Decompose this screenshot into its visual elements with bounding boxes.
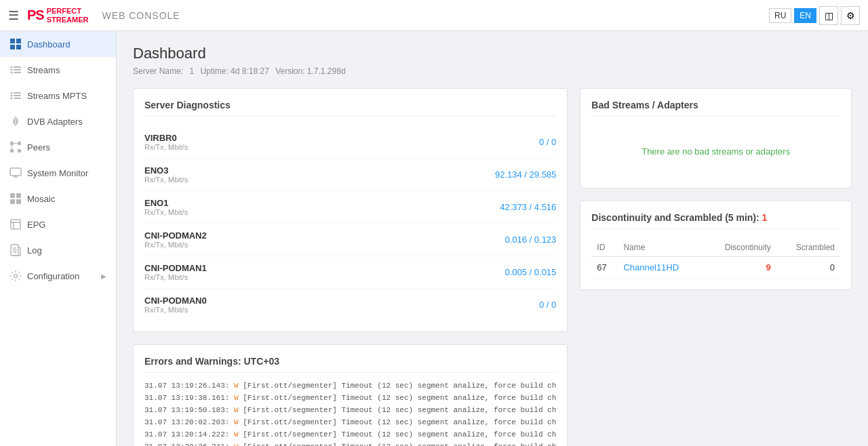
lang-ru-button[interactable]: RU [769, 8, 791, 23]
svg-point-37 [14, 275, 18, 278]
diag-row: ENO3 Rx/Tx, Mbit/s 92.134 / 29.585 [144, 159, 556, 191]
sidebar-label-dvb: DVB Adapters [27, 117, 83, 127]
settings-icon-button[interactable]: ⚙ [841, 6, 860, 25]
diag-sub: Rx/Tx, Mbit/s [144, 273, 505, 281]
server-label: Server Name: [133, 66, 183, 76]
svg-rect-11 [14, 92, 21, 94]
svg-point-12 [11, 95, 13, 97]
svg-rect-7 [14, 69, 21, 70]
sidebar-item-peers[interactable]: Peers [0, 134, 116, 160]
log-warn: W [234, 418, 239, 426]
diag-info: ENO1 Rx/Tx, Mbit/s [144, 198, 500, 216]
epg-icon [9, 218, 22, 230]
log-warn: W [234, 430, 239, 439]
bad-streams-card: Bad Streams / Adapters There are no bad … [580, 88, 852, 188]
diag-value: 0 / 0 [539, 300, 556, 310]
sidebar-item-streams[interactable]: Streams [0, 57, 116, 83]
log-line: 31.07 13:19:38.161: W [First.ott/segment… [144, 392, 556, 404]
row-discontinuity: 9 [703, 257, 776, 279]
diag-value: 0.005 / 0.015 [505, 267, 556, 277]
diag-info: VIRBR0 Rx/Tx, Mbit/s [144, 133, 539, 151]
diag-row: CNI-PODMAN2 Rx/Tx, Mbit/s 0.016 / 0.123 [144, 224, 556, 256]
peers-icon [9, 141, 22, 153]
header-actions: RU EN ◫ ⚙ [769, 6, 860, 25]
discontinuity-card: Discontinuity and Scrambled (5 min): 1 I… [580, 201, 852, 290]
diag-info: CNI-PODMAN0 Rx/Tx, Mbit/s [144, 296, 539, 314]
diag-value: 0.016 / 0.123 [505, 235, 556, 245]
sidebar-item-dashboard[interactable]: Dashboard [0, 31, 116, 57]
sidebar-item-system-monitor[interactable]: System Monitor [0, 160, 116, 186]
svg-point-8 [11, 72, 13, 74]
row-name: Channel11HD [618, 257, 703, 279]
col-discontinuity: Discontinuity [703, 239, 776, 257]
diag-value: 0 / 0 [539, 137, 556, 147]
sidebar-item-log[interactable]: Log [0, 237, 116, 263]
svg-rect-13 [14, 95, 21, 96]
col-name: Name [618, 239, 703, 257]
discontinuity-title: Discontinuity and Scrambled (5 min): 1 [591, 212, 840, 229]
svg-point-4 [11, 66, 13, 68]
dvb-icon [9, 115, 22, 127]
server-name: 1 [189, 66, 194, 76]
discontinuity-count: 1 [762, 212, 768, 223]
svg-rect-5 [14, 66, 21, 68]
svg-rect-1 [16, 39, 21, 43]
svg-rect-0 [10, 39, 15, 43]
diag-value: 42.373 / 4.516 [500, 202, 556, 212]
channel-link[interactable]: Channel11HD [623, 262, 679, 272]
row-scrambled: 0 [776, 257, 840, 279]
streams-icon [9, 64, 22, 76]
logo-text: PERFECT STREAMER [47, 7, 89, 23]
menu-icon[interactable]: ☰ [8, 8, 19, 23]
sidebar-item-epg[interactable]: EPG [0, 211, 116, 237]
svg-rect-27 [16, 193, 21, 198]
grid-icon [9, 38, 22, 50]
log-line: 31.07 13:19:26.143: W [First.ott/segment… [144, 380, 556, 392]
server-diagnostics-card: Server Diagnostics VIRBR0 Rx/Tx, Mbit/s … [133, 88, 568, 332]
diag-sub: Rx/Tx, Mbit/s [144, 143, 539, 151]
sidebar-label-streams-mpts: Streams MPTS [27, 91, 87, 101]
sidebar-item-mosaic[interactable]: Mosaic [0, 186, 116, 211]
svg-rect-2 [10, 45, 15, 49]
log-lines: 31.07 13:19:26.143: W [First.ott/segment… [144, 380, 556, 446]
errors-title: Errors and Warnings: UTC+03 [144, 356, 556, 373]
log-warn: W [234, 394, 239, 402]
left-column: Server Diagnostics VIRBR0 Rx/Tx, Mbit/s … [133, 88, 568, 446]
diag-info: CNI-PODMAN1 Rx/Tx, Mbit/s [144, 263, 505, 281]
bad-streams-title: Bad Streams / Adapters [591, 100, 840, 117]
diag-sub: Rx/Tx, Mbit/s [144, 306, 539, 314]
right-column: Bad Streams / Adapters There are no bad … [580, 88, 852, 446]
svg-rect-29 [16, 199, 21, 204]
svg-rect-19 [10, 149, 14, 153]
diag-name: ENO1 [144, 198, 500, 208]
sidebar-item-configuration[interactable]: Configuration ▶ [0, 263, 116, 289]
page-subtitle: Server Name: 1 Uptime: 4d 8:18:27 Versio… [133, 66, 852, 76]
sidebar-label-system-monitor: System Monitor [27, 168, 88, 178]
layout: Dashboard Streams Streams MPTS DVB Adapt… [0, 31, 868, 446]
diag-name: CNI-PODMAN1 [144, 263, 505, 273]
log-icon [9, 244, 22, 256]
sidebar-item-streams-mpts[interactable]: Streams MPTS [0, 83, 116, 108]
sidebar-label-epg: EPG [27, 220, 45, 230]
log-line: 31.07 13:20:26.241: W [First.ott/segment… [144, 441, 556, 446]
log-line: 31.07 13:19:50.183: W [First.ott/segment… [144, 404, 556, 416]
diag-row: ENO1 Rx/Tx, Mbit/s 42.373 / 4.516 [144, 191, 556, 224]
sidebar-label-configuration: Configuration [27, 271, 79, 281]
diag-info: CNI-PODMAN2 Rx/Tx, Mbit/s [144, 230, 505, 249]
diag-row: CNI-PODMAN0 Rx/Tx, Mbit/s 0 / 0 [144, 289, 556, 321]
col-id: ID [591, 239, 618, 257]
lang-en-button[interactable]: EN [794, 8, 816, 23]
page-title: Dashboard [133, 45, 852, 62]
header: ☰ PS PERFECT STREAMER WEB CONSOLE RU EN … [0, 0, 868, 31]
discontinuity-table: ID Name Discontinuity Scrambled 67 Chann… [591, 239, 840, 279]
sidebar-item-dvb-adapters[interactable]: DVB Adapters [0, 108, 116, 134]
log-line: 31.07 13:20:14.222: W [First.ott/segment… [144, 428, 556, 441]
diagnostics-rows: VIRBR0 Rx/Tx, Mbit/s 0 / 0 ENO3 Rx/Tx, M… [144, 126, 556, 321]
svg-rect-15 [14, 98, 21, 99]
monitor-icon [9, 167, 22, 179]
sidebar-label-mosaic: Mosaic [27, 194, 55, 204]
logo-ps: PS [27, 7, 44, 23]
user-icon-button[interactable]: ◫ [819, 6, 838, 25]
svg-rect-17 [10, 142, 14, 145]
svg-rect-26 [10, 193, 15, 198]
